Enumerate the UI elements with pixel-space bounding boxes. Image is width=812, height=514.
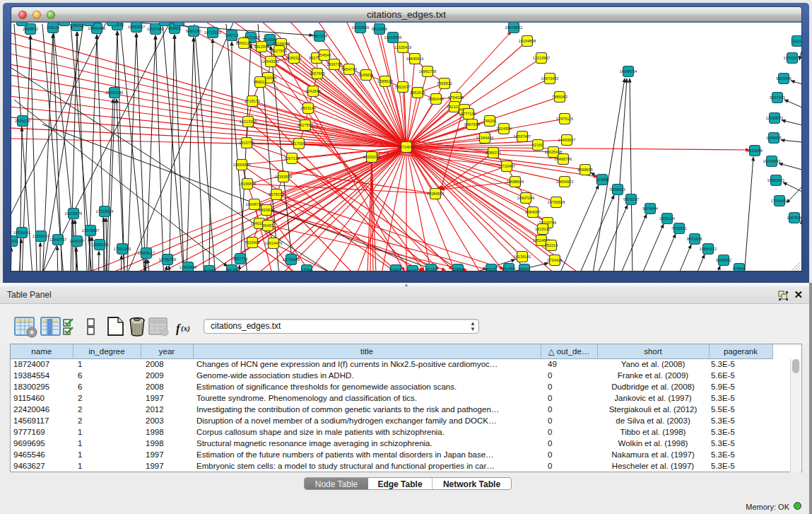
svg-text:2636030: 2636030 (15, 119, 30, 123)
svg-text:7857234: 7857234 (312, 34, 327, 38)
svg-text:12975115: 12975115 (556, 117, 573, 121)
svg-text:15751074: 15751074 (784, 56, 801, 60)
svg-text:10756928: 10756928 (548, 200, 565, 204)
svg-text:9474444: 9474444 (642, 206, 658, 211)
svg-text:989012: 989012 (254, 80, 267, 84)
svg-text:10719155: 10719155 (204, 30, 222, 35)
svg-text:10782759: 10782759 (159, 257, 177, 262)
svg-text:9699695: 9699695 (577, 168, 593, 172)
svg-text:9227343: 9227343 (770, 95, 785, 100)
svg-text:2936768: 2936768 (326, 62, 342, 66)
svg-text:7632621: 7632621 (671, 226, 687, 230)
svg-text:391531: 391531 (11, 239, 18, 243)
svg-text:1493822: 1493822 (259, 208, 274, 212)
svg-text:18640910: 18640910 (406, 57, 424, 61)
svg-text:7485063: 7485063 (552, 95, 567, 99)
svg-text:6466160: 6466160 (186, 29, 201, 33)
svg-text:9084067: 9084067 (525, 210, 541, 214)
svg-text:14914479: 14914479 (265, 241, 283, 245)
svg-text:10046786: 10046786 (246, 202, 264, 206)
svg-text:15716485: 15716485 (283, 257, 300, 262)
svg-text:11568219: 11568219 (33, 234, 49, 238)
svg-text:16210643: 16210643 (763, 159, 781, 163)
svg-text:1733426: 1733426 (547, 258, 563, 262)
svg-text:14463627: 14463627 (558, 138, 576, 142)
svg-text:13975887: 13975887 (82, 228, 100, 233)
svg-text:8660128: 8660128 (236, 41, 252, 45)
svg-text:19384554: 19384554 (427, 192, 445, 196)
svg-text:5678332: 5678332 (269, 192, 284, 197)
svg-text:9777169: 9777169 (461, 112, 476, 116)
svg-text:19166825: 19166825 (239, 182, 257, 186)
svg-text:19495786: 19495786 (555, 157, 572, 161)
svg-text:21364436: 21364436 (476, 136, 494, 140)
svg-text:1610755: 1610755 (239, 141, 254, 145)
svg-text:164162: 164162 (203, 269, 216, 271)
svg-text:10653267: 10653267 (128, 25, 146, 29)
svg-text:87120: 87120 (425, 267, 437, 271)
svg-text:20876652: 20876652 (505, 25, 523, 30)
svg-text:9657791: 9657791 (233, 257, 248, 261)
svg-text:12923448: 12923448 (180, 265, 197, 269)
svg-text:209114: 209114 (47, 25, 59, 30)
svg-text:18535061: 18535061 (13, 230, 31, 235)
svg-text:10507487: 10507487 (514, 134, 531, 139)
svg-text:19218506: 19218506 (384, 35, 402, 40)
svg-text:8186323: 8186323 (286, 56, 302, 60)
svg-text:254546: 254546 (318, 53, 331, 57)
svg-text:12942757: 12942757 (49, 238, 67, 242)
svg-text:12353594: 12353594 (275, 175, 293, 179)
svg-text:8471676: 8471676 (687, 237, 702, 241)
svg-text:746206: 746206 (483, 119, 497, 123)
svg-text:1362615: 1362615 (410, 90, 425, 95)
svg-text:1588520: 1588520 (377, 79, 393, 83)
svg-text:17957255: 17957255 (114, 247, 131, 251)
svg-text:1615132: 1615132 (535, 227, 551, 231)
svg-text:99483: 99483 (262, 223, 273, 228)
svg-text:16648754: 16648754 (620, 69, 637, 74)
svg-text:15692921: 15692921 (767, 178, 785, 182)
svg-text:111213: 111213 (791, 39, 801, 43)
svg-text:16154808: 16154808 (519, 39, 536, 43)
svg-text:8813054: 8813054 (372, 27, 387, 31)
svg-text:16543382: 16543382 (262, 59, 280, 64)
svg-text:9127509: 9127509 (271, 49, 287, 53)
svg-text:6879197: 6879197 (623, 197, 639, 201)
svg-text:10958117: 10958117 (138, 251, 155, 255)
svg-text:165713: 165713 (225, 33, 239, 37)
svg-text:6497568: 6497568 (464, 122, 480, 127)
svg-text:10688609: 10688609 (507, 180, 524, 184)
svg-text:9245652: 9245652 (716, 258, 731, 262)
svg-text:11527602: 11527602 (147, 27, 164, 31)
svg-text:817006: 817006 (293, 141, 306, 146)
svg-text:11325419: 11325419 (394, 45, 411, 49)
svg-text:12505135: 12505135 (91, 243, 109, 247)
svg-text:(x): (x) (181, 324, 190, 333)
svg-text:809421: 809421 (168, 26, 182, 30)
svg-text:992450: 992450 (502, 267, 516, 271)
svg-text:2935134: 2935134 (659, 216, 675, 221)
svg-text:3912954: 3912954 (254, 45, 269, 49)
svg-text:62160: 62160 (532, 143, 543, 147)
svg-text:17364: 17364 (301, 268, 312, 271)
svg-text:8454749: 8454749 (341, 67, 357, 71)
svg-text:12093572: 12093572 (766, 116, 784, 120)
svg-text:19654923: 19654923 (556, 180, 574, 184)
svg-text:12213967: 12213967 (533, 56, 551, 60)
svg-text:19654985: 19654985 (233, 163, 251, 167)
svg-text:9146821: 9146821 (358, 73, 374, 77)
svg-text:252214: 252214 (545, 243, 558, 247)
svg-text:164095: 164095 (596, 177, 609, 182)
svg-text:3215958: 3215958 (747, 148, 763, 153)
svg-text:2086372: 2086372 (486, 151, 501, 155)
svg-text:7955812: 7955812 (437, 81, 452, 86)
svg-text:23411: 23411 (390, 268, 401, 271)
svg-text:18724007: 18724007 (398, 145, 416, 149)
svg-text:8990448: 8990448 (428, 97, 444, 101)
svg-text:2803144: 2803144 (300, 106, 316, 110)
svg-text:2718170: 2718170 (245, 99, 260, 103)
svg-text:9329946: 9329946 (776, 76, 792, 81)
svg-text:18341: 18341 (519, 267, 530, 271)
svg-text:24206576: 24206576 (65, 211, 83, 216)
svg-text:20691406: 20691406 (88, 26, 106, 30)
